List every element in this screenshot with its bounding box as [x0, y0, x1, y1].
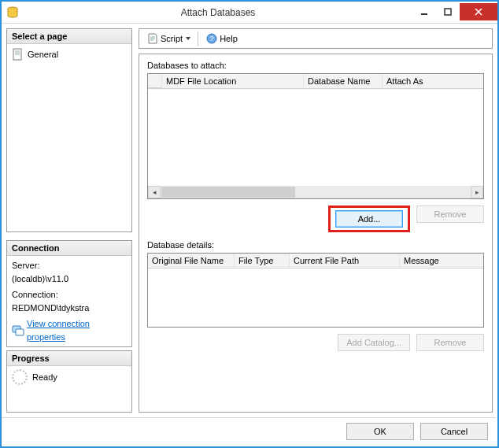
progress-header: Progress [7, 351, 131, 366]
view-connection-properties-link[interactable]: View connection properties [12, 317, 127, 343]
scroll-left-icon[interactable]: ◂ [148, 186, 161, 198]
select-a-page-header: Select a page [7, 29, 131, 44]
script-label: Script [161, 34, 183, 43]
attach-grid-header: MDF File Location Database Name Attach A… [148, 74, 483, 89]
connection-icon [12, 324, 24, 337]
remove-details-label: Remove [434, 338, 467, 347]
col-file-type[interactable]: File Type [235, 254, 290, 268]
details-grid-body [148, 268, 483, 327]
add-button-label: Add... [358, 214, 381, 224]
help-label: Help [220, 34, 238, 43]
chevron-down-icon[interactable] [186, 37, 190, 40]
window-title: Attach Databases [24, 7, 412, 18]
databases-to-attach-label: Databases to attach: [147, 61, 484, 70]
svg-rect-5 [16, 329, 24, 335]
col-mdf-location[interactable]: MDF File Location [162, 74, 304, 88]
database-icon [6, 6, 19, 19]
select-a-page-panel: Select a page General [6, 28, 132, 232]
ok-button[interactable]: OK [346, 423, 414, 440]
page-general[interactable]: General [12, 47, 127, 61]
view-connection-properties-label: View connection properties [27, 317, 127, 343]
col-database-name[interactable]: Database Name [304, 74, 383, 88]
add-catalog-label: Add Catalog... [346, 338, 401, 347]
maximize-button[interactable] [436, 3, 460, 20]
main-panel: Databases to attach: MDF File Location D… [139, 54, 493, 413]
connection-value: REDMOND\tdykstra [12, 302, 127, 315]
minimize-button[interactable] [412, 3, 436, 20]
connection-panel: Connection Server: (localdb)\v11.0 Conne… [6, 240, 132, 347]
database-details-label: Database details: [147, 240, 484, 250]
help-button[interactable]: ? Help [203, 31, 240, 46]
progress-panel: Progress Ready [6, 350, 132, 413]
col-message[interactable]: Message [400, 254, 483, 268]
help-icon: ? [205, 32, 218, 45]
add-button-highlight: Add... [328, 205, 410, 232]
remove-attach-button: Remove [416, 205, 484, 223]
details-grid-header: Original File Name File Type Current Fil… [148, 254, 483, 268]
titlebar: Attach Databases [2, 2, 497, 24]
server-value: (localdb)\v11.0 [12, 272, 127, 286]
dialog-footer: OK Cancel [2, 417, 496, 446]
ok-label: OK [374, 427, 386, 436]
svg-text:?: ? [210, 35, 214, 43]
col-original-file-name[interactable]: Original File Name [148, 254, 235, 268]
svg-rect-2 [445, 9, 451, 15]
svg-rect-1 [421, 13, 427, 15]
connection-label: Connection: [12, 288, 127, 302]
col-current-file-path[interactable]: Current File Path [290, 254, 400, 268]
col-attach-as[interactable]: Attach As [383, 74, 483, 88]
scroll-thumb[interactable] [161, 187, 295, 198]
add-button[interactable]: Add... [335, 210, 403, 228]
close-button[interactable] [460, 3, 497, 20]
remove-attach-label: Remove [434, 209, 467, 219]
scroll-right-icon[interactable]: ▸ [471, 186, 483, 198]
attach-grid-hscrollbar[interactable]: ◂ ▸ [148, 186, 483, 198]
progress-status: Ready [32, 372, 57, 382]
script-icon [146, 32, 159, 45]
toolbar: Script ? Help [139, 28, 493, 49]
row-selector-header [148, 74, 162, 88]
server-label: Server: [12, 259, 127, 272]
page-general-label: General [28, 50, 58, 59]
script-button[interactable]: Script [144, 31, 193, 46]
add-catalog-button: Add Catalog... [338, 334, 410, 351]
database-details-grid[interactable]: Original File Name File Type Current Fil… [147, 253, 484, 328]
connection-header: Connection [7, 241, 131, 256]
cancel-label: Cancel [441, 427, 468, 436]
attach-grid-body [148, 89, 483, 186]
page-icon [12, 48, 24, 61]
toolbar-separator [198, 31, 198, 46]
cancel-button[interactable]: Cancel [420, 423, 488, 440]
progress-spinner-icon [12, 369, 28, 385]
remove-details-button: Remove [416, 334, 484, 351]
databases-to-attach-grid[interactable]: MDF File Location Database Name Attach A… [147, 73, 484, 199]
